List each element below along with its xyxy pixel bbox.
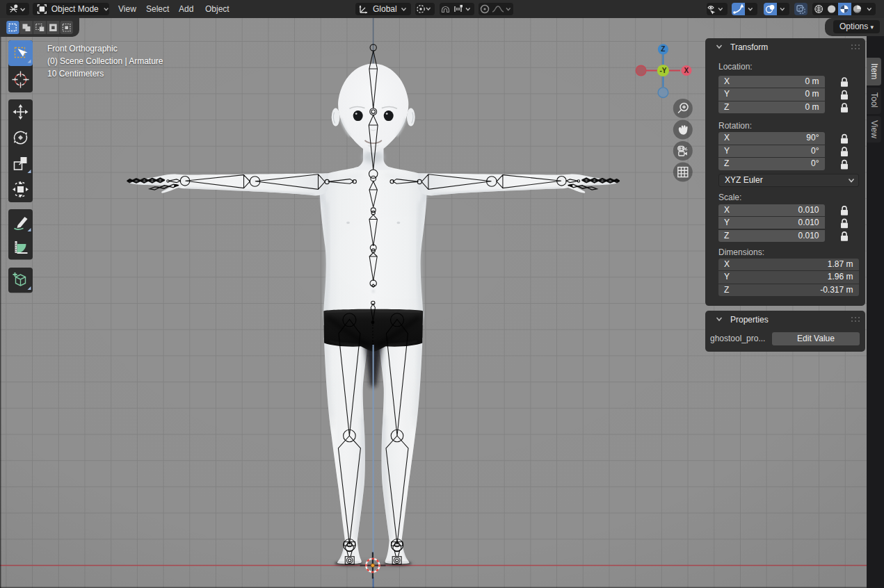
svg-text:X: X: [684, 67, 689, 74]
svg-text:-Y: -Y: [659, 67, 666, 74]
svg-text:Z: Z: [661, 45, 665, 53]
